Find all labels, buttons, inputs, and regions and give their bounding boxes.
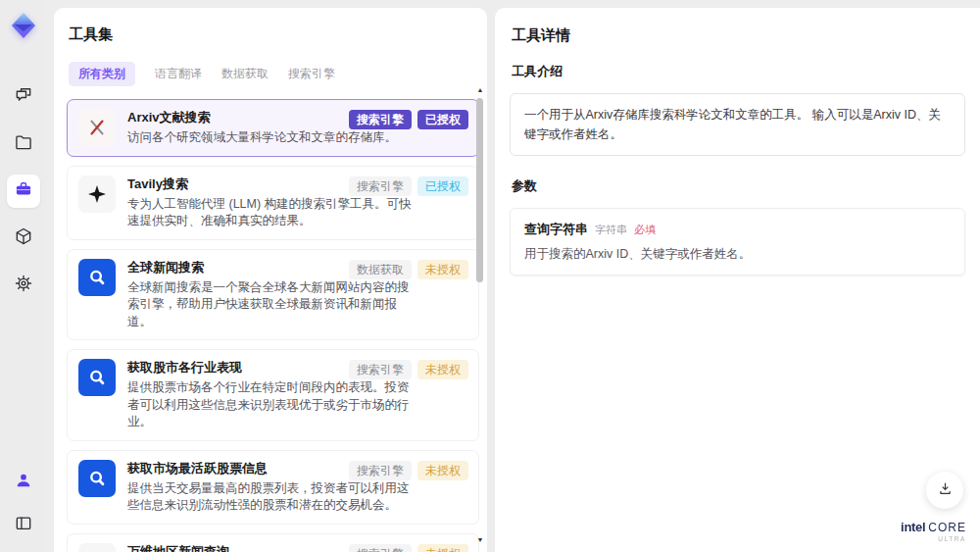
category-badge: 数据获取 (349, 260, 412, 279)
auth-status-badge: 未授权 (417, 360, 468, 379)
sidebar-item-chat[interactable] (7, 80, 40, 114)
news-icon (78, 543, 116, 552)
tool-card-most-active-stocks[interactable]: 获取市场最活跃股票信息提供当天交易量最高的股票列表，投资者可以利用这些信息来识别… (67, 450, 479, 525)
sidebar-item-settings[interactable] (7, 269, 40, 302)
tools-list-panel: 工具集 所有类别语言翻译数据获取搜索引擎 Arxiv文献搜索访问各个研究领域大量… (54, 8, 487, 552)
arxiv-icon (78, 109, 116, 146)
sidebar-item-account[interactable] (7, 466, 40, 499)
search-blue-icon (78, 359, 116, 396)
auth-status-badge: 未授权 (417, 461, 468, 480)
params-section-title: 参数 (512, 177, 965, 195)
tab-data-fetch[interactable]: 数据获取 (221, 62, 269, 86)
category-badge: 搜索引擎 (349, 544, 412, 552)
tool-card-arxiv-search[interactable]: Arxiv文献搜索访问各个研究领域大量科学论文和文章的存储库。搜索引擎已授权 (67, 99, 479, 157)
param-description: 用于搜索的Arxiv ID、关键字或作者姓名。 (524, 246, 951, 263)
intel-logo-text: intel (901, 520, 925, 534)
tab-language-translation[interactable]: 语言翻译 (155, 62, 202, 86)
core-logo-text: CORE (928, 521, 966, 534)
scroll-down-arrow-icon[interactable]: ▼ (475, 536, 485, 544)
tool-description: 提供股票市场各个行业在特定时间段内的表现。投资者可以利用这些信息来识别表现优于或… (127, 379, 414, 431)
tool-badges: 数据获取未授权 (349, 260, 468, 279)
category-tabs: 所有类别语言翻译数据获取搜索引擎 (69, 62, 475, 86)
tool-card-stock-sector-performance[interactable]: 获取股市各行业表现提供股票市场各个行业在特定时间段内的表现。投资者可以利用这些信… (67, 349, 479, 441)
tavily-icon (78, 176, 116, 213)
gear-icon (14, 274, 33, 297)
left-icon-rail (0, 0, 46, 552)
category-badge: 搜索引擎 (349, 176, 412, 196)
tool-card-global-news-search[interactable]: 全球新闻搜索全球新闻搜索是一个聚合全球各大新闻网站内容的搜索引擎，帮助用户快速获… (67, 249, 479, 341)
tab-all-categories[interactable]: 所有类别 (69, 62, 135, 86)
sidebar-item-collapse[interactable] (7, 509, 40, 542)
category-badge: 搜索引擎 (349, 461, 412, 480)
auth-status-badge: 已授权 (417, 176, 468, 196)
tool-description: 提供当天交易量最高的股票列表，投资者可以利用这些信息来识别流动性强的股票和潜在的… (127, 480, 414, 515)
tool-description: 访问各个研究领域大量科学论文和文章的存储库。 (127, 129, 397, 147)
sidebar-item-files[interactable] (7, 127, 40, 161)
intel-core-badge: intel CORE ULTRA (901, 520, 966, 542)
category-badge: 搜索引擎 (349, 360, 412, 379)
auth-status-badge: 已授权 (417, 110, 468, 129)
tool-badges: 搜索引擎已授权 (349, 176, 468, 196)
page-title: 工具集 (69, 25, 475, 44)
ultra-logo-text: ULTRA (901, 535, 966, 542)
scrollbar-thumb[interactable] (476, 98, 483, 282)
param-card-query-string: 查询字符串字符串必填用于搜索的Arxiv ID、关键字或作者姓名。 (510, 208, 965, 276)
auth-status-badge: 未授权 (417, 544, 468, 552)
tool-badges: 搜索引擎已授权 (349, 110, 468, 129)
param-name: 查询字符串 (524, 221, 588, 238)
detail-title: 工具详情 (512, 26, 965, 45)
chat-icon (14, 85, 33, 109)
tool-badges: 搜索引擎未授权 (349, 360, 468, 379)
app-logo-diamond-icon (8, 10, 39, 41)
sidebar-item-packages[interactable] (7, 222, 40, 255)
tool-detail-panel: 工具详情 工具介绍 一个用于从Arxiv存储库搜索科学论文和文章的工具。 输入可… (495, 8, 980, 552)
search-blue-icon (78, 259, 116, 296)
auth-status-badge: 未授权 (417, 260, 468, 279)
tool-description: 全球新闻搜索是一个聚合全球各大新闻网站内容的搜索引擎，帮助用户快速获取全球最新资… (127, 279, 414, 331)
tool-card-wanwei-regional-news[interactable]: 万维地区新闻查询查询具体行政区划内的新闻，快速了解各地新闻动态。搜索引擎未授权 (67, 533, 479, 552)
tool-badges: 搜索引擎未授权 (349, 544, 468, 552)
intro-section-title: 工具介绍 (512, 63, 965, 80)
cube-icon (14, 226, 33, 250)
category-badge: 搜索引擎 (349, 110, 412, 129)
tool-badges: 搜索引擎未授权 (349, 461, 468, 480)
folder-icon (14, 132, 33, 156)
tool-card-tavily-search[interactable]: Tavily搜索专为人工智能代理 (LLM) 构建的搜索引擎工具。可快速提供实时… (67, 166, 479, 240)
scroll-up-arrow-icon[interactable]: ▲ (475, 86, 485, 94)
tool-intro-text: 一个用于从Arxiv存储库搜索科学论文和文章的工具。 输入可以是Arxiv ID… (510, 93, 965, 156)
params-list: 查询字符串字符串必填用于搜索的Arxiv ID、关键字或作者姓名。 (510, 208, 965, 276)
tool-card-list: Arxiv文献搜索访问各个研究领域大量科学论文和文章的存储库。搜索引擎已授权Ta… (67, 99, 479, 552)
briefcase-icon (14, 179, 33, 203)
download-button[interactable] (926, 472, 963, 509)
tab-search-engine[interactable]: 搜索引擎 (288, 62, 335, 86)
param-required-flag: 必填 (634, 223, 656, 237)
sidebar-item-toolbox[interactable] (7, 175, 40, 208)
download-icon (937, 480, 954, 501)
list-scrollbar[interactable]: ▲ ▼ (475, 86, 485, 544)
param-type: 字符串 (595, 223, 627, 237)
search-blue-icon (78, 460, 116, 497)
tool-description: 专为人工智能代理 (LLM) 构建的搜索引擎工具。可快速提供实时、准确和真实的结… (127, 196, 414, 230)
panel-toggle-icon (14, 514, 33, 537)
user-icon (14, 471, 33, 494)
